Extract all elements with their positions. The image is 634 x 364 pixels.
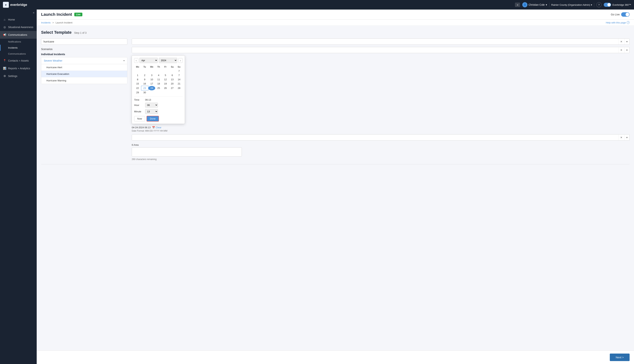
cal-day-19[interactable]: 19 xyxy=(162,82,169,86)
settings-icon: ⚙ xyxy=(3,74,6,78)
cal-header-sa: Sa xyxy=(169,65,176,69)
done-button[interactable]: Done xyxy=(147,116,159,122)
field-dropdown-1[interactable]: ▾ xyxy=(624,39,629,44)
field-input-1: ✕ ▾ xyxy=(132,38,629,45)
field-clear-2[interactable]: ✕ xyxy=(618,47,624,53)
cal-day-25[interactable]: 25 xyxy=(155,86,162,90)
org-selector[interactable]: Rainier County (Organization Admin) ▾ xyxy=(549,3,594,7)
cal-day-18[interactable]: 18 xyxy=(155,82,162,86)
cal-buttons: Now Done xyxy=(134,116,183,122)
sidebar-item-settings[interactable]: ⚙ Settings xyxy=(0,72,37,80)
template-item-hurricane-alert[interactable]: Hurricane Alert xyxy=(41,64,127,71)
cal-day-7b[interactable]: 7 xyxy=(176,73,182,77)
cal-day-3[interactable]: 3 xyxy=(148,73,155,77)
hurricane-evacuation-label: Hurricane Evacuation xyxy=(47,72,69,75)
cal-header-th: Th xyxy=(155,65,162,69)
cal-day-22[interactable]: 22 xyxy=(134,86,141,90)
field-clear-1[interactable]: ✕ xyxy=(618,39,624,44)
cal-day-empty xyxy=(169,90,176,95)
cal-day-12[interactable]: 12 xyxy=(162,77,169,82)
template-item-hurricane-evacuation[interactable]: Hurricane Evacuation xyxy=(41,71,127,77)
cal-day-28[interactable]: 28 xyxy=(176,86,182,90)
cal-month-select[interactable]: Apr JanFebMar MayJunJul AugSepOct NovDec xyxy=(139,58,158,63)
left-panel: Scenarios Individual Incidents Severe We… xyxy=(41,38,127,160)
clear-date-link[interactable]: 📅 Clear xyxy=(152,126,161,129)
minute-select[interactable]: 13 00153045 xyxy=(145,109,158,114)
hour-label: Hour xyxy=(134,104,143,106)
cal-day-6[interactable]: 6 xyxy=(169,73,176,77)
cal-day-11[interactable]: 11 xyxy=(155,77,162,82)
calendar-grid: Mo Tu We Th Fr Sa Su xyxy=(134,65,183,94)
field-clear-date[interactable]: ✕ xyxy=(618,134,624,140)
cal-day-27[interactable]: 27 xyxy=(169,86,176,90)
help-button[interactable]: ? xyxy=(596,2,601,7)
hour-select[interactable]: 06 070809 101112 xyxy=(145,103,158,108)
user-avatar: 👤 xyxy=(522,2,527,7)
cal-day-29[interactable]: 29 xyxy=(134,90,141,95)
template-group-severe-weather-header[interactable]: Severe Weather ▾ xyxy=(41,57,127,64)
user-menu[interactable]: 👤 Christian Cole ▾ xyxy=(522,2,547,7)
cal-day-9[interactable]: 9 xyxy=(141,77,148,82)
cal-day-8[interactable]: 8 xyxy=(134,77,141,82)
go-live-toggle[interactable] xyxy=(621,12,629,17)
cal-day-1[interactable]: 1 xyxy=(134,73,141,77)
toggle-switch[interactable] xyxy=(604,3,611,7)
sidebar-item-contacts-assets[interactable]: 📍 Contacts + Assets xyxy=(0,57,37,64)
cal-day-16[interactable]: 16 xyxy=(141,82,148,86)
search-input[interactable] xyxy=(41,38,127,45)
next-button[interactable]: Next > xyxy=(610,354,629,361)
sidebar-collapse-button[interactable]: « xyxy=(33,11,35,14)
field-input-1-text[interactable] xyxy=(132,39,618,44)
sidebar-sub-communications[interactable]: Communications xyxy=(0,51,37,57)
cal-prev-button[interactable]: ‹ xyxy=(134,58,138,63)
breadcrumb-parent-link[interactable]: Incidents xyxy=(41,21,51,24)
sidebar-item-reports-analytics[interactable]: 📊 Reports + Analytics xyxy=(0,64,37,72)
template-item-hurricane-warning[interactable]: Hurricane Warning xyxy=(41,77,127,84)
cal-day-4[interactable]: 4 xyxy=(155,73,162,77)
now-button[interactable]: Now xyxy=(134,116,145,121)
launch-header: Launch Incident Live Go Live xyxy=(37,10,634,20)
sidebar-item-situational-awareness[interactable]: ◎ Situational Awareness xyxy=(0,23,37,31)
cal-day-7[interactable]: 7 xyxy=(176,69,182,73)
cal-day-5[interactable]: 5 xyxy=(162,73,169,77)
help-circle-icon: ? xyxy=(627,21,629,24)
cal-day-14[interactable]: 14 xyxy=(176,77,182,82)
sidebar-sub-notifications[interactable]: Notifications xyxy=(0,39,37,45)
cal-day-21[interactable]: 21 xyxy=(176,82,182,86)
calendar-icon: 📅 xyxy=(152,126,155,129)
everbridge360-toggle: Everbridge 360™ xyxy=(604,3,631,7)
cal-day-15[interactable]: 15 xyxy=(134,82,141,86)
scenarios-label: Scenarios xyxy=(41,48,127,50)
cal-day-13[interactable]: 13 xyxy=(169,77,176,82)
cal-day-26[interactable]: 26 xyxy=(162,86,169,90)
cal-day-10[interactable]: 10 xyxy=(148,77,155,82)
cal-next-button[interactable]: › xyxy=(178,58,183,63)
cal-day-17[interactable]: 17 xyxy=(148,82,155,86)
sidebar: « ⌂ Home ◎ Situational Awareness 📢 Commu… xyxy=(0,10,37,364)
help-icon: ? xyxy=(598,4,599,6)
sidebar-sub-incidents-label: Incidents xyxy=(8,46,18,49)
cal-day-30[interactable]: 30 xyxy=(141,90,148,95)
cal-day-2[interactable]: 2 xyxy=(141,73,148,77)
cal-day-empty xyxy=(162,69,169,73)
field-input-2-text[interactable] xyxy=(132,47,618,53)
logo: e everbridge xyxy=(3,2,27,8)
sidebar-item-home-label: Home xyxy=(8,18,15,21)
sidebar-sub-incidents[interactable]: Incidents xyxy=(0,45,37,51)
area-textarea[interactable] xyxy=(132,147,242,156)
cal-year-select[interactable]: 2023 2024 2025 xyxy=(159,58,177,63)
user-name: Christian Cole xyxy=(528,3,545,6)
go-live-label: Go Live xyxy=(611,13,620,16)
field-row-2: ✕ ▾ xyxy=(132,47,629,53)
cal-day-23-today[interactable]: 23 xyxy=(141,86,148,90)
sidebar-item-communications[interactable]: 📢 Communications xyxy=(0,31,37,39)
cal-day-20[interactable]: 20 xyxy=(169,82,176,86)
field-dropdown-2[interactable]: ▾ xyxy=(624,47,629,53)
cal-day-24-selected[interactable]: 24 xyxy=(148,86,155,90)
nav-arrows-button[interactable]: » xyxy=(515,2,520,7)
field-dropdown-date[interactable]: ▾ xyxy=(624,134,629,140)
cal-day-empty xyxy=(176,90,182,95)
sidebar-item-home[interactable]: ⌂ Home xyxy=(0,16,37,23)
help-link[interactable]: Help with this page ? xyxy=(606,21,629,24)
field-input-date-text[interactable] xyxy=(132,135,618,140)
